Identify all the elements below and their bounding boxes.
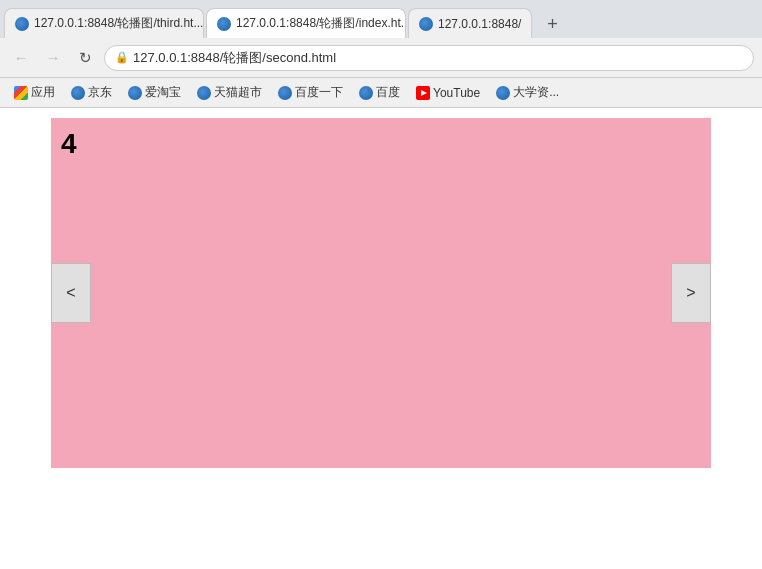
address-bar[interactable]: 🔒 127.0.0.1:8848/轮播图/second.html: [104, 45, 754, 71]
bookmark-baidu-down-label: 百度一下: [295, 84, 343, 101]
tab-third[interactable]: 127.0.0.1:8848/轮播图/third.ht... ✕: [4, 8, 204, 38]
bookmark-youtube[interactable]: YouTube: [410, 84, 486, 102]
tab-root[interactable]: 127.0.0.1:8848/: [408, 8, 532, 38]
baidu-down-icon: [278, 86, 292, 100]
toolbar: ← → ↻ 🔒 127.0.0.1:8848/轮播图/second.html: [0, 38, 762, 78]
page-content: 4 < >: [0, 108, 762, 569]
tmall-icon: [197, 86, 211, 100]
baidu-icon: [359, 86, 373, 100]
tab-label-3: 127.0.0.1:8848/: [438, 17, 521, 31]
tab-favicon-1: [15, 17, 29, 31]
aitaobao-icon: [128, 86, 142, 100]
lock-icon: 🔒: [115, 51, 129, 64]
tab-index[interactable]: 127.0.0.1:8848/轮播图/index.ht... ✕: [206, 8, 406, 38]
bookmark-jd[interactable]: 京东: [65, 82, 118, 103]
svg-marker-0: [421, 90, 427, 96]
tab-label-2: 127.0.0.1:8848/轮播图/index.ht...: [236, 15, 406, 32]
bookmark-youtube-label: YouTube: [433, 86, 480, 100]
bookmark-daxue[interactable]: 大学资...: [490, 82, 565, 103]
browser-frame: 127.0.0.1:8848/轮播图/third.ht... ✕ 127.0.0…: [0, 0, 762, 569]
forward-button[interactable]: →: [40, 45, 66, 71]
bookmark-tmall[interactable]: 天猫超市: [191, 82, 268, 103]
reload-button[interactable]: ↻: [72, 45, 98, 71]
bookmark-aitaobao[interactable]: 爱淘宝: [122, 82, 187, 103]
bookmark-apps-label: 应用: [31, 84, 55, 101]
bookmarks-bar: 应用 京东 爱淘宝 天猫超市 百度一下 百度 YouTube: [0, 78, 762, 108]
carousel: 4 < >: [51, 118, 711, 468]
slide-number: 4: [61, 128, 77, 160]
apps-icon: [14, 86, 28, 100]
address-url: 127.0.0.1:8848/轮播图/second.html: [133, 49, 336, 67]
bookmark-baidu[interactable]: 百度: [353, 82, 406, 103]
youtube-icon: [416, 86, 430, 100]
bookmark-tmall-label: 天猫超市: [214, 84, 262, 101]
bookmark-jd-label: 京东: [88, 84, 112, 101]
new-tab-button[interactable]: +: [538, 10, 566, 38]
jd-icon: [71, 86, 85, 100]
back-button[interactable]: ←: [8, 45, 34, 71]
carousel-slide: 4: [51, 118, 711, 468]
carousel-prev-button[interactable]: <: [51, 263, 91, 323]
bookmark-baidu-down[interactable]: 百度一下: [272, 82, 349, 103]
tab-favicon-2: [217, 17, 231, 31]
tab-bar: 127.0.0.1:8848/轮播图/third.ht... ✕ 127.0.0…: [0, 0, 762, 38]
bookmark-daxue-label: 大学资...: [513, 84, 559, 101]
carousel-next-button[interactable]: >: [671, 263, 711, 323]
bookmark-apps[interactable]: 应用: [8, 82, 61, 103]
bookmark-aitaobao-label: 爱淘宝: [145, 84, 181, 101]
bookmark-baidu-label: 百度: [376, 84, 400, 101]
tab-favicon-3: [419, 17, 433, 31]
daxue-icon: [496, 86, 510, 100]
tab-label-1: 127.0.0.1:8848/轮播图/third.ht...: [34, 15, 203, 32]
